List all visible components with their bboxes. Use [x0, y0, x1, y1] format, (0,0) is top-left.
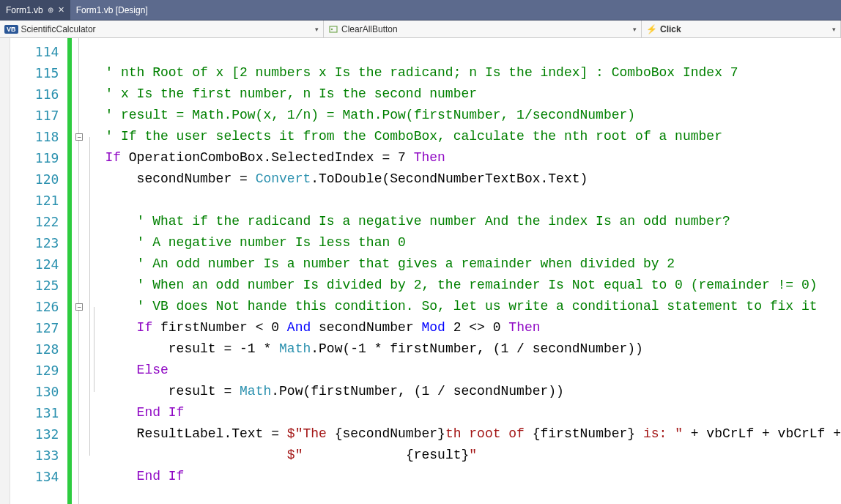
code-editor[interactable]: 114 115 116 117 118 119 120 121 122 123 … — [0, 38, 841, 504]
collapse-toggle[interactable]: − — [75, 303, 83, 311]
svg-point-1 — [331, 28, 333, 29]
chevron-down-icon: ▾ — [315, 26, 319, 33]
code-comment: ' nth Root of x [2 numbers x Is the radi… — [105, 65, 738, 80]
member-name: ClearAllButton — [341, 24, 398, 34]
project-dropdown[interactable]: VB ScientificCalculator ▾ — [0, 21, 324, 37]
chevron-down-icon: ▾ — [633, 26, 637, 33]
svg-rect-0 — [330, 26, 337, 32]
navigation-bar: VB ScientificCalculator ▾ ClearAllButton… — [0, 21, 841, 38]
code-comment: ' result = Math.Pow(x, 1/n) = Math.Pow(f… — [105, 108, 635, 122]
chevron-down-icon: ▾ — [832, 26, 836, 33]
event-name: Click — [660, 24, 681, 34]
indicator-margin — [0, 38, 10, 504]
code-keyword: If — [105, 150, 121, 165]
pin-icon[interactable]: ⊕ — [48, 6, 53, 14]
document-tab-bar: Form1.vb ⊕ ✕ Form1.vb [Design] — [0, 0, 841, 21]
close-icon[interactable]: ✕ — [58, 5, 64, 15]
code-comment: ' If the user selects it from the ComboB… — [105, 129, 722, 144]
collapse-toggle[interactable]: − — [75, 133, 83, 141]
line-number-gutter: 114 115 116 117 118 119 120 121 122 123 … — [10, 38, 68, 504]
tab-label: Form1.vb — [6, 5, 43, 15]
outlining-margin[interactable]: − − — [72, 38, 86, 504]
tab-form1-vb[interactable]: Form1.vb ⊕ ✕ — [0, 0, 70, 20]
lightning-icon: ⚡ — [646, 24, 657, 34]
tab-label: Form1.vb [Design] — [76, 5, 148, 15]
code-area[interactable]: ' nth Root of x [2 numbers x Is the radi… — [99, 38, 841, 504]
code-comment: ' x Is the first number, n Is the second… — [105, 86, 477, 101]
vb-badge-icon: VB — [4, 25, 18, 34]
tab-form1-design[interactable]: Form1.vb [Design] — [70, 0, 154, 20]
member-icon — [328, 24, 338, 34]
structure-guide — [86, 38, 100, 504]
member-dropdown[interactable]: ClearAllButton ▾ — [324, 21, 642, 37]
project-name: ScientificCalculator — [21, 24, 96, 34]
event-dropdown[interactable]: ⚡ Click ▾ — [642, 21, 841, 37]
